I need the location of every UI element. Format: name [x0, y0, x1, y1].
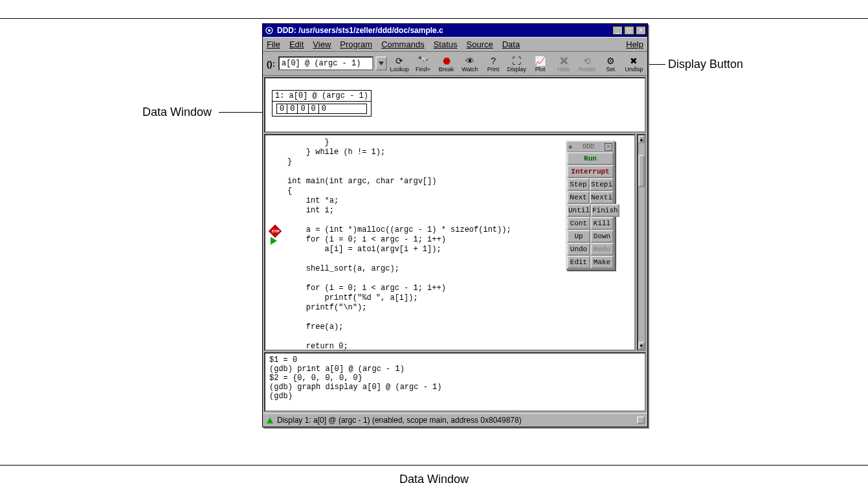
source-scrollbar[interactable]: ▲ ▼ [637, 134, 646, 351]
break-button[interactable]: ⬣Break [436, 54, 457, 73]
display-cell: 0 [287, 104, 298, 113]
set-button[interactable]: ⚙Set [600, 54, 621, 73]
redo-button[interactable]: Redo [590, 243, 614, 256]
toolbar-prompt: (): [267, 59, 275, 69]
until-button[interactable]: Until [567, 204, 591, 217]
gear-icon: ⚙ [606, 56, 615, 66]
display-cell: 0 [309, 104, 319, 113]
display-cell: 0 [277, 104, 287, 113]
display-cell: 0 [319, 104, 329, 113]
status-text: Display 1: a[0] @ (argc - 1) (enabled, s… [277, 416, 522, 425]
watch-button[interactable]: 👁Watch [459, 54, 480, 73]
display-array: 00000 [276, 104, 367, 114]
undisplay-icon: ✖ [630, 56, 638, 66]
menu-program[interactable]: Program [340, 39, 372, 49]
edit-button[interactable]: Edit [567, 256, 590, 269]
display-box[interactable]: 1: a[0] @ (argc - 1) 00000 [272, 90, 372, 117]
menu-commands[interactable]: Commands [381, 39, 424, 49]
make-button[interactable]: Make [590, 256, 614, 269]
display-button[interactable]: ⛶Display [506, 54, 528, 73]
data-window-pane[interactable]: 1: a[0] @ (argc - 1) 00000 [264, 77, 646, 133]
find-button[interactable]: 🔭Find» [412, 54, 434, 73]
plot-icon: 📈 [535, 56, 546, 66]
maximize-button[interactable]: □ [624, 26, 634, 35]
command-tool[interactable]: ✱ DDD × Run Interrupt Step Stepi Next Ne… [566, 140, 615, 270]
rotate-button[interactable]: ⟲Rotate [576, 54, 597, 73]
command-tool-close[interactable]: × [605, 143, 612, 151]
undisp-button[interactable]: ✖Undisp [623, 54, 645, 73]
binoculars-icon: 🔭 [417, 56, 428, 66]
callout-data-window: Data Window [142, 106, 212, 119]
menu-data[interactable]: Data [502, 39, 520, 49]
minimize-button[interactable]: _ [612, 26, 623, 35]
figure-caption: Data Window [0, 473, 868, 483]
refresh-icon: ⟳ [395, 56, 403, 66]
menu-edit[interactable]: Edit [289, 39, 304, 49]
menu-view[interactable]: View [313, 39, 331, 49]
undo-button[interactable]: Undo [567, 243, 590, 256]
menu-status[interactable]: Status [434, 39, 458, 49]
up-button[interactable]: Up [567, 230, 590, 243]
eye-icon: 👁 [465, 56, 474, 66]
breakpoint-icon[interactable] [269, 225, 282, 238]
step-button[interactable]: Step [567, 178, 590, 191]
svg-marker-2 [379, 62, 384, 65]
display-icon: ⛶ [512, 56, 521, 66]
nexti-button[interactable]: Nexti [590, 191, 614, 204]
down-button[interactable]: Down [590, 230, 614, 243]
run-button[interactable]: Run [567, 152, 614, 165]
toolbar: (): a[0] @ (argc - 1) ⟳Lookup 🔭Find» ⬣Br… [263, 52, 647, 76]
scroll-thumb[interactable] [638, 155, 645, 187]
window-title: DDD: /usr/users/sts1/zeller/ddd/doc/samp… [277, 26, 611, 35]
titlebar[interactable]: DDD: /usr/users/sts1/zeller/ddd/doc/samp… [263, 24, 647, 37]
lookup-button[interactable]: ⟳Lookup [389, 54, 410, 73]
command-tool-title: DDD [583, 143, 594, 150]
rotate-icon: ⟲ [583, 56, 591, 66]
callout-display-button: Display Button [668, 58, 743, 71]
scroll-up-icon[interactable]: ▲ [638, 135, 645, 143]
statusbar: Display 1: a[0] @ (argc - 1) (enabled, s… [263, 413, 647, 427]
display-cell: 0 [298, 104, 308, 113]
callout-line [219, 112, 267, 113]
app-icon [264, 25, 274, 36]
menubar: File Edit View Program Commands Status S… [263, 37, 647, 52]
kill-button[interactable]: Kill [590, 217, 614, 230]
display-box-title: 1: a[0] @ (argc - 1) [273, 91, 371, 102]
hide-button[interactable]: 🗙Hide [553, 54, 574, 73]
svg-point-1 [268, 29, 271, 32]
hide-icon: 🗙 [559, 56, 568, 66]
gdb-console-pane[interactable]: $1 = 0 (gdb) print a[0] @ (argc - 1) $2 … [264, 352, 646, 412]
stepi-button[interactable]: Stepi [590, 178, 614, 191]
print-button[interactable]: ?Print [482, 54, 504, 73]
plot-button[interactable]: 📈Plot [529, 54, 551, 73]
expression-dropdown-button[interactable] [375, 56, 387, 71]
cont-button[interactable]: Cont [567, 217, 590, 230]
expression-input[interactable]: a[0] @ (argc - 1) [278, 56, 373, 71]
scroll-down-icon[interactable]: ▼ [638, 342, 645, 350]
resize-grip[interactable] [637, 416, 645, 424]
command-tool-titlebar[interactable]: ✱ DDD × [567, 142, 614, 152]
source-gutter [267, 138, 286, 347]
question-icon: ? [491, 56, 496, 66]
ddd-main-window: DDD: /usr/users/sts1/zeller/ddd/doc/samp… [262, 23, 648, 427]
command-tool-icon: ✱ [568, 143, 572, 151]
menu-source[interactable]: Source [467, 39, 493, 49]
menu-help[interactable]: Help [626, 39, 643, 49]
interrupt-button[interactable]: Interrupt [567, 165, 614, 178]
status-led-icon [267, 418, 273, 423]
stop-icon: ⬣ [443, 56, 451, 66]
source-pane[interactable]: } } while (h != 1); } int main(int argc,… [264, 134, 636, 351]
current-line-icon [271, 237, 277, 245]
menu-file[interactable]: File [267, 39, 280, 49]
next-button[interactable]: Next [567, 191, 590, 204]
close-button[interactable]: × [636, 26, 646, 35]
finish-button[interactable]: Finish [591, 204, 619, 217]
